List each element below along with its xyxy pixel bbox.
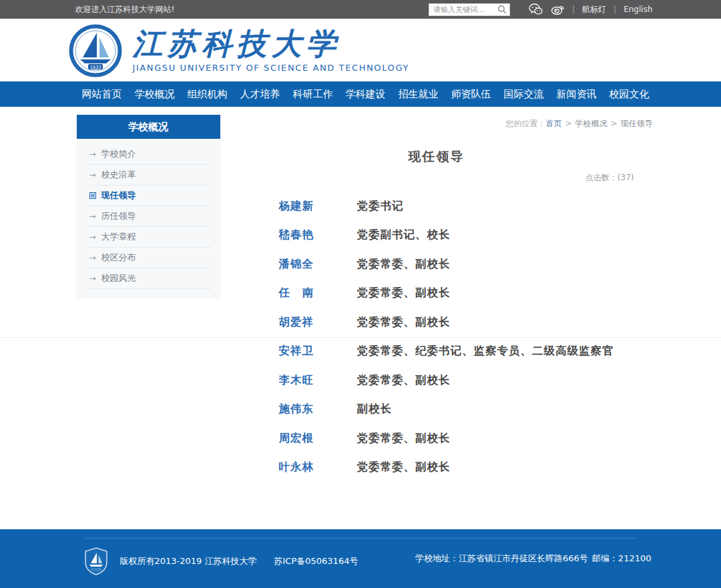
main-nav-bar: 网站首页学校概况组织机构人才培养科研工作学科建设招生就业师资队伍国际交流新闻资讯…: [0, 81, 721, 107]
sidebar-menu: →学校简介→校史沿革现任领导→历任领导→大学章程→校区分布→校园风光: [77, 139, 220, 298]
search-input[interactable]: [433, 5, 497, 14]
footer-left: 版权所有2013-2019 江苏科技大学苏ICP备05063164号: [69, 547, 376, 575]
nav-item[interactable]: 校园文化: [610, 88, 650, 101]
leader-row: 周宏根党委常委、副校长: [220, 424, 653, 453]
sidebar-item-label: 现任领导: [101, 190, 136, 202]
leader-role: 党委书记: [357, 199, 404, 214]
leader-role: 党委常委、副校长: [357, 460, 451, 475]
main-column: 您的位置：首页>学校概况>现任领导 现任领导 点击数：(37) 杨建新党委书记嵇…: [220, 107, 653, 482]
footer: 版权所有2013-2019 江苏科技大学苏ICP备05063164号 学校地址：…: [0, 529, 721, 588]
topbar-divider: |: [572, 5, 575, 14]
sidebar-item-6[interactable]: →校园风光: [86, 268, 211, 289]
sidebar-item-label: 校史沿革: [101, 169, 136, 181]
leader-role: 党委副书记、校长: [357, 228, 451, 242]
leader-name[interactable]: 李木旺: [279, 373, 357, 388]
nav-item[interactable]: 组织机构: [188, 88, 228, 101]
sidebar-item-label: 大学章程: [101, 231, 136, 243]
leader-name[interactable]: 施伟东: [279, 402, 357, 416]
nav-item[interactable]: 科研工作: [293, 88, 333, 101]
nav-item[interactable]: 学校概况: [135, 88, 175, 101]
hit-counter: 点击数：(37): [220, 172, 653, 184]
sidebar-item-3[interactable]: →历任领导: [86, 206, 211, 227]
leader-role: 党委常委、副校长: [357, 431, 451, 446]
english-link[interactable]: English: [624, 5, 652, 14]
leader-role: 党委常委、纪委书记、监察专员、二级高级监察官: [357, 344, 614, 358]
school-address: 学校地址：江苏省镇江市丹徒区长晖路666号: [415, 553, 588, 563]
arrow-icon: →: [89, 212, 96, 221]
nav-item[interactable]: 学科建设: [346, 88, 386, 101]
arrow-icon: →: [89, 253, 96, 262]
sidebar-item-2[interactable]: 现任领导: [86, 186, 211, 206]
leader-name[interactable]: 嵇春艳: [279, 228, 357, 242]
leader-row: 嵇春艳党委副书记、校长: [220, 221, 653, 250]
logo-text-block: 江苏科技大学 JIANGSU UNIVERSITY OF SCIENCE AND…: [133, 27, 409, 73]
university-name-cn: 江苏科技大学: [133, 27, 409, 61]
sidebar-item-label: 学校简介: [101, 148, 136, 160]
leader-name[interactable]: 任 南: [279, 286, 357, 300]
hit-counter-value: (37): [618, 173, 634, 182]
leader-name[interactable]: 杨建新: [279, 199, 357, 214]
nav-item[interactable]: 人才培养: [240, 88, 280, 101]
sidebar-item-label: 历任领导: [101, 210, 136, 222]
topbar: 欢迎进入江苏科技大学网站!: [0, 0, 721, 19]
sidebar-item-4[interactable]: →大学章程: [86, 227, 211, 248]
leader-row: 杨建新党委书记: [220, 192, 653, 221]
leaders-list: 杨建新党委书记嵇春艳党委副书记、校长潘锦全党委常委、副校长任 南党委常委、副校长…: [220, 192, 653, 482]
nav-item[interactable]: 新闻资讯: [557, 88, 597, 101]
leader-name[interactable]: 潘锦全: [279, 257, 357, 272]
university-name-en: JIANGSU UNIVERSITY OF SCIENCE AND TECHNO…: [133, 63, 409, 73]
sidebar-item-label: 校园风光: [101, 272, 136, 284]
breadcrumb-prefix: 您的位置：: [505, 119, 545, 128]
sidebar-item-label: 校区分布: [101, 252, 136, 264]
nav-item[interactable]: 网站首页: [82, 88, 122, 101]
arrow-icon: →: [89, 150, 96, 159]
leader-row: 施伟东副校长: [220, 395, 653, 424]
search-icon[interactable]: [497, 5, 507, 14]
university-seal-icon: 1933: [69, 24, 122, 77]
hit-counter-label: 点击数：: [585, 173, 618, 182]
breadcrumb-separator: >: [565, 119, 571, 128]
weibo-icon[interactable]: [550, 2, 565, 17]
leader-name[interactable]: 胡爱祥: [279, 315, 357, 330]
leader-row: 叶永林党委常委、副校长: [220, 453, 653, 483]
leader-role: 党委常委、副校长: [357, 286, 451, 300]
topbar-divider: |: [614, 5, 616, 14]
nav-item[interactable]: 师资队伍: [451, 88, 491, 101]
postcode: 邮编：212100: [592, 553, 652, 563]
footer-divider: [85, 538, 636, 539]
institution-badge-icon: [84, 547, 108, 575]
sidebar-item-5[interactable]: →校区分布: [86, 248, 211, 268]
leader-row: 安祥卫党委常委、纪委书记、监察专员、二级高级监察官: [220, 337, 653, 366]
leader-row: 任 南党委常委、副校长: [220, 279, 653, 308]
sidebar: 学校概况 →学校简介→校史沿革现任领导→历任领导→大学章程→校区分布→校园风光: [77, 115, 220, 298]
page-title: 现任领导: [220, 148, 653, 166]
leader-role: 党委常委、副校长: [357, 257, 451, 272]
nav-item[interactable]: 招生就业: [399, 88, 439, 101]
sidebar-item-0[interactable]: →学校简介: [86, 144, 211, 165]
breadcrumb-link-1[interactable]: 学校概况: [575, 119, 607, 128]
breadcrumb-link-0[interactable]: 首页: [545, 119, 561, 128]
seal-year: 1933: [89, 65, 101, 70]
leader-row: 潘锦全党委常委、副校长: [220, 250, 653, 279]
leader-role: 副校长: [357, 402, 393, 416]
beacon-light-link[interactable]: 航标灯: [582, 4, 606, 15]
topbar-right: | 航标灯 | English: [429, 2, 652, 17]
footer-address: 学校地址：江苏省镇江市丹徒区长晖路666号邮编：212100: [411, 553, 652, 565]
welcome-text: 欢迎进入江苏科技大学网站!: [69, 4, 175, 15]
active-square-icon: [89, 192, 96, 199]
breadcrumb: 您的位置：首页>学校概况>现任领导: [220, 107, 653, 129]
main-nav: 网站首页学校概况组织机构人才培养科研工作学科建设招生就业师资队伍国际交流新闻资讯…: [69, 81, 653, 107]
arrow-icon: →: [89, 274, 96, 283]
sidebar-item-1[interactable]: →校史沿革: [86, 165, 211, 186]
leader-row: 胡爱祥党委常委、副校长: [220, 308, 653, 337]
icp-number: 苏ICP备05063164号: [274, 556, 358, 566]
leader-name[interactable]: 叶永林: [279, 460, 357, 475]
leader-name[interactable]: 安祥卫: [279, 344, 357, 358]
breadcrumb-link-2[interactable]: 现任领导: [621, 119, 653, 128]
leader-name[interactable]: 周宏根: [279, 431, 357, 446]
search-box: [429, 3, 510, 16]
nav-item[interactable]: 国际交流: [504, 88, 544, 101]
wechat-icon[interactable]: [528, 2, 543, 17]
leader-role: 党委常委、副校长: [357, 373, 451, 388]
leader-role: 党委常委、副校长: [357, 315, 451, 330]
